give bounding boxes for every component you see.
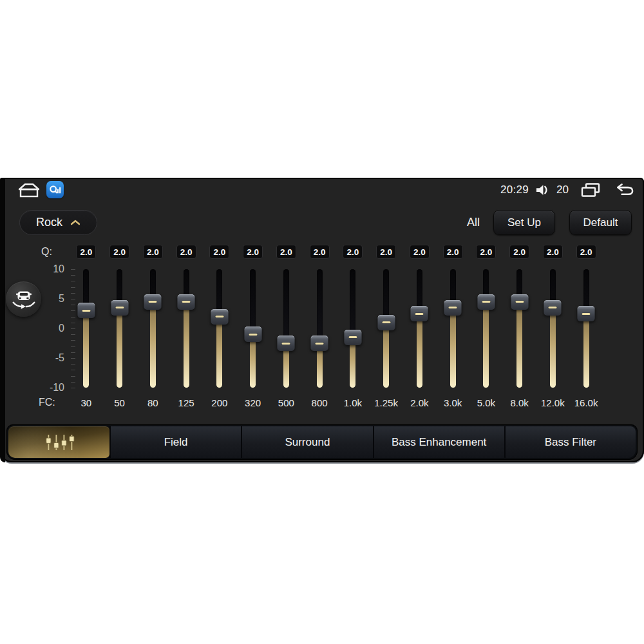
slider-fill — [150, 302, 156, 388]
slider-handle-200[interactable] — [211, 309, 228, 325]
eq-band-slider-125[interactable] — [184, 269, 189, 388]
q-value-1.25k[interactable]: 2.0 — [376, 245, 396, 259]
car-surround-icon — [10, 286, 37, 313]
tab-bass-enhancement[interactable]: Bass Enhancement — [373, 426, 504, 458]
slider-fill — [483, 302, 489, 388]
eq-band-slider-12.0k[interactable] — [550, 269, 556, 388]
eq-band-slider-80[interactable] — [150, 269, 156, 388]
q-value-80[interactable]: 2.0 — [143, 245, 163, 259]
home-icon — [17, 182, 41, 199]
bottom-tab-bar: FieldSurroundBass EnhancementBass Filter — [6, 424, 638, 460]
eq-band-slider-500[interactable] — [283, 269, 289, 388]
recent-apps-button[interactable] — [580, 182, 601, 198]
slider-cell — [103, 269, 137, 388]
q-value-5.0k[interactable]: 2.0 — [476, 245, 496, 259]
slider-handle-125[interactable] — [178, 294, 195, 310]
freq-label-16.0k: 16.0k — [574, 397, 598, 408]
slider-handle-30[interactable] — [77, 303, 95, 318]
all-label: All — [465, 216, 482, 229]
eq-band-slider-8.0k[interactable] — [516, 269, 522, 388]
eq-band-slider-320[interactable] — [250, 269, 256, 388]
q-cell: 2.0 — [536, 244, 570, 260]
head-unit-screen: 20:29 20 Rock — [0, 178, 644, 462]
slider-handle-marker — [549, 307, 557, 308]
slider-handle-marker — [449, 307, 457, 308]
status-bar: 20:29 20 — [0, 178, 644, 202]
q-value-200[interactable]: 2.0 — [209, 245, 229, 259]
eq-band-slider-200[interactable] — [216, 269, 222, 388]
slider-handle-1.25k[interactable] — [377, 315, 395, 330]
freq-label-320: 320 — [245, 397, 261, 408]
slider-handle-50[interactable] — [111, 300, 128, 316]
volume-level: 20 — [556, 184, 569, 196]
slider-cell — [236, 269, 270, 388]
freq-label-80: 80 — [147, 397, 158, 408]
slider-handle-800[interactable] — [311, 336, 328, 351]
slider-handle-2.0k[interactable] — [411, 306, 428, 321]
q-cell: 2.0 — [270, 244, 303, 260]
slider-handle-5.0k[interactable] — [477, 294, 495, 310]
preset-dropdown[interactable]: Rock — [19, 210, 97, 235]
listening-position-button[interactable] — [6, 281, 41, 317]
q-value-800[interactable]: 2.0 — [310, 245, 330, 259]
back-button[interactable] — [614, 183, 635, 197]
slider-track — [516, 269, 522, 388]
eq-band-slider-30[interactable] — [83, 269, 89, 388]
q-value-50[interactable]: 2.0 — [109, 245, 129, 259]
q-cell: 2.0 — [503, 244, 536, 260]
eq-band-slider-16.0k[interactable] — [583, 269, 589, 388]
eq-band-slider-1.0k[interactable] — [350, 269, 355, 388]
slider-handle-500[interactable] — [278, 336, 295, 351]
q-value-16.0k[interactable]: 2.0 — [576, 245, 596, 259]
slider-fill — [117, 308, 122, 388]
q-value-125[interactable]: 2.0 — [176, 245, 196, 259]
fc-cell: 125 — [169, 395, 203, 410]
eq-app-shortcut[interactable] — [46, 181, 64, 198]
q-value-8.0k[interactable]: 2.0 — [509, 245, 529, 259]
q-cell: 2.0 — [569, 244, 603, 260]
slider-cell — [270, 269, 303, 388]
eq-band-slider-2.0k[interactable] — [417, 269, 422, 388]
slider-track — [150, 269, 156, 388]
eq-band-slider-1.25k[interactable] — [383, 269, 389, 388]
tab-surround[interactable]: Surround — [241, 426, 372, 458]
freq-label-500: 500 — [278, 397, 294, 408]
slider-handle-16.0k[interactable] — [578, 306, 595, 321]
slider-handle-marker — [382, 321, 390, 323]
q-value-500[interactable]: 2.0 — [276, 245, 296, 259]
fc-cell: 200 — [203, 395, 236, 410]
q-cell: 2.0 — [469, 244, 503, 260]
eq-band-slider-5.0k[interactable] — [483, 269, 489, 388]
q-value-30[interactable]: 2.0 — [76, 245, 96, 259]
tab-field[interactable]: Field — [109, 426, 241, 458]
slider-handle-1.0k[interactable] — [344, 330, 361, 345]
fc-row-label: FC: — [39, 397, 55, 408]
slider-handle-3.0k[interactable] — [444, 300, 462, 316]
slider-handle-12.0k[interactable] — [544, 300, 562, 316]
q-value-1.0k[interactable]: 2.0 — [343, 245, 363, 259]
q-value-12.0k[interactable]: 2.0 — [543, 245, 563, 259]
slider-handle-80[interactable] — [144, 294, 162, 310]
slider-track — [417, 269, 422, 388]
slider-fill — [250, 334, 256, 388]
home-button[interactable] — [17, 182, 41, 199]
slider-handle-marker — [115, 307, 124, 308]
tab-equalizer[interactable] — [8, 426, 109, 458]
q-value-3.0k[interactable]: 2.0 — [443, 245, 463, 259]
slider-cell — [169, 269, 203, 388]
setup-button[interactable]: Set Up — [493, 210, 555, 235]
eq-band-slider-800[interactable] — [317, 269, 323, 388]
q-value-320[interactable]: 2.0 — [243, 245, 263, 259]
default-button[interactable]: Default — [569, 210, 632, 235]
fc-cell: 2.0k — [403, 395, 437, 410]
slider-handle-marker — [282, 343, 290, 345]
eq-band-slider-50[interactable] — [117, 269, 122, 388]
q-value-2.0k[interactable]: 2.0 — [410, 245, 430, 259]
slider-cell — [70, 269, 103, 388]
slider-handle-320[interactable] — [244, 327, 261, 342]
slider-handle-8.0k[interactable] — [511, 294, 528, 310]
tab-bass-filter[interactable]: Bass Filter — [504, 426, 636, 458]
slider-fill — [184, 302, 189, 388]
eq-band-slider-3.0k[interactable] — [450, 269, 456, 388]
slider-cell — [403, 269, 437, 388]
